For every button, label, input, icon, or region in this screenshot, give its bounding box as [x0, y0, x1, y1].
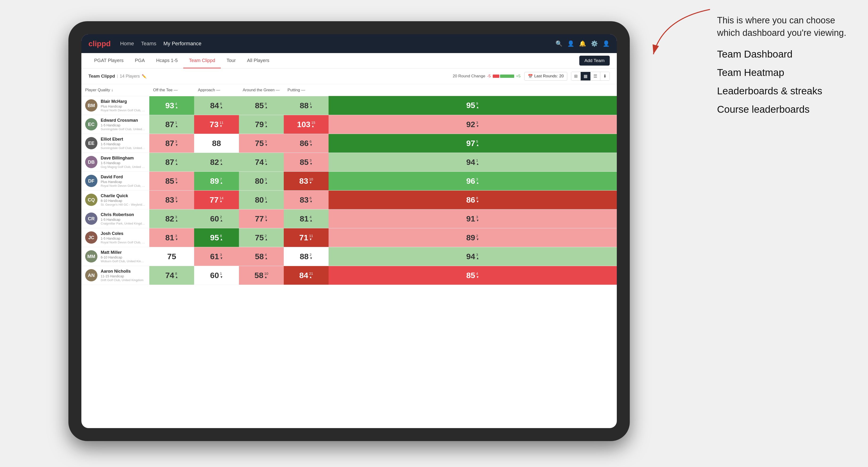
player-cell-0[interactable]: BM Blair McHarg Plus Handicap Royal Nort…: [81, 96, 149, 115]
nav-link-home[interactable]: Home: [120, 40, 134, 47]
score-cell-off_tee-6: 602▲: [194, 209, 239, 228]
player-cell-5[interactable]: CQ Charlie Quick 6-10 Handicap St. Georg…: [81, 190, 149, 209]
player-handicap: 1-5 Handicap: [101, 161, 146, 165]
score-value: 83: [299, 177, 308, 186]
score-cell-approach-3: 741▲: [239, 153, 284, 172]
score-cell-approach-9: 5810▲: [239, 266, 284, 285]
score-cell-putting-4: 963▲: [329, 172, 617, 190]
last-rounds-button[interactable]: 📅 Last Rounds: 20: [524, 72, 567, 81]
score-cell-off_tee-1: 7311▼: [194, 115, 239, 134]
score-value: 79: [255, 120, 264, 129]
col-header-around-green[interactable]: Around the Green —: [239, 84, 284, 96]
player-handicap: 1-5 Handicap: [101, 218, 146, 221]
score-value: 84: [210, 101, 219, 110]
score-value: 80: [255, 177, 264, 186]
score-cell-around_green-7: 7111▼: [284, 228, 329, 247]
view-heatmap-btn[interactable]: ▦: [581, 72, 591, 81]
player-handicap: 6-10 Handicap: [101, 199, 146, 203]
col-header-approach[interactable]: Approach —: [194, 84, 239, 96]
player-avatar: EC: [85, 118, 97, 130]
score-cell-quality-7: 813▼: [149, 228, 194, 247]
player-avatar: DF: [85, 175, 97, 187]
score-value: 85: [466, 271, 475, 280]
player-club: St. George's Hill GC - Weybridge, Surrey…: [101, 203, 146, 206]
table-row: EC Edward Crossman 1-5 Handicap Sunningd…: [81, 115, 617, 134]
col-header-putting[interactable]: Putting —: [284, 84, 329, 96]
add-team-button[interactable]: Add Team: [579, 56, 610, 66]
player-cell-6[interactable]: CR Chris Robertson 1-5 Handicap Craigmil…: [81, 209, 149, 228]
score-cell-around_green-0: 881▼: [284, 96, 329, 115]
player-info: David Ford Plus Handicap Royal North Dev…: [101, 175, 146, 187]
player-cell-2[interactable]: EE Elliot Ebert 1-5 Handicap Sunningdale…: [81, 134, 149, 153]
score-cell-approach-1: 799▲: [239, 115, 284, 134]
player-cell-7[interactable]: JC Josh Coles 1-5 Handicap Royal North D…: [81, 228, 149, 247]
score-cell-around_green-8: 882▼: [284, 247, 329, 266]
table-header-row: Player Quality ↓ Off the Tee — Approach …: [81, 84, 617, 96]
view-grid-btn[interactable]: ⊞: [571, 72, 581, 81]
score-value: 88: [300, 252, 309, 261]
tab-all-players[interactable]: All Players: [241, 53, 275, 68]
score-cell-off_tee-8: 613▼: [194, 247, 239, 266]
tab-pgat-players[interactable]: PGAT Players: [88, 53, 129, 68]
score-value: 86: [300, 139, 309, 148]
view-download-btn[interactable]: ⬇: [600, 72, 610, 81]
table-row: AN Aaron Nicholls 11-15 Handicap Drift G…: [81, 266, 617, 285]
player-cell-9[interactable]: AN Aaron Nicholls 11-15 Handicap Drift G…: [81, 266, 149, 285]
tab-team-clippd[interactable]: Team Clippd: [183, 53, 221, 68]
score-value: 60: [210, 214, 219, 223]
score-value: 85: [255, 101, 264, 110]
table-row: CR Chris Robertson 1-5 Handicap Craigmil…: [81, 209, 617, 228]
nav-links: Home Teams My Performance: [120, 40, 555, 47]
score-cell-off_tee-0: 846▲: [194, 96, 239, 115]
score-value: 74: [165, 271, 174, 280]
score-value: 73: [210, 120, 219, 129]
nav-bar: clippd Home Teams My Performance 🔍 👤 🔔 ⚙…: [81, 34, 617, 53]
score-cell-putting-2: 975▲: [329, 134, 617, 153]
nav-link-my-performance[interactable]: My Performance: [163, 40, 202, 47]
search-icon[interactable]: 🔍: [555, 40, 563, 47]
player-club: Sunningdale Golf Club, United Kingdom: [101, 146, 146, 150]
dashboard-option-3: Leaderboards & streaks: [717, 85, 854, 97]
score-value: 75: [167, 252, 176, 261]
score-cell-approach-6: 773▼: [239, 209, 284, 228]
profile-icon[interactable]: 👤: [567, 40, 574, 47]
table-row: EE Elliot Ebert 1-5 Handicap Sunningdale…: [81, 134, 617, 153]
tab-hcaps[interactable]: Hcaps 1-5: [151, 53, 183, 68]
col-header-off-tee[interactable]: Off the Tee —: [149, 84, 194, 96]
player-cell-3[interactable]: DB Dave Billingham 1-5 Handicap Gog Mago…: [81, 153, 149, 172]
player-cell-8[interactable]: MM Matt Miller 6-10 Handicap Woburn Golf…: [81, 247, 149, 266]
score-cell-putting-5: 868▼: [329, 190, 617, 209]
player-cell-1[interactable]: EC Edward Crossman 1-5 Handicap Sunningd…: [81, 115, 149, 134]
tab-pga[interactable]: PGA: [129, 53, 151, 68]
score-cell-off_tee-7: 958▲: [194, 228, 239, 247]
view-list-btn[interactable]: ☰: [591, 72, 600, 81]
score-cell-quality-3: 874▲: [149, 153, 194, 172]
player-handicap: Plus Handicap: [101, 104, 146, 108]
settings-icon[interactable]: ⚙️: [591, 40, 598, 47]
player-club: Sunningdale Golf Club, United Kingdom: [101, 127, 146, 131]
user-avatar-icon[interactable]: 👤: [602, 40, 610, 47]
score-value: 75: [255, 233, 264, 242]
player-avatar: EE: [85, 137, 97, 149]
score-value: 81: [165, 233, 174, 242]
player-avatar: AN: [85, 269, 97, 281]
bell-icon[interactable]: 🔔: [579, 40, 586, 47]
score-cell-quality-2: 873▼: [149, 134, 194, 153]
score-value: 80: [255, 195, 264, 205]
score-value: 88: [212, 139, 221, 148]
score-cell-approach-5: 801▲: [239, 190, 284, 209]
player-name: Elliot Ebert: [101, 137, 146, 142]
dashboard-options: Team Dashboard Team Heatmap Leaderboards…: [717, 49, 854, 115]
nav-link-teams[interactable]: Teams: [141, 40, 156, 47]
player-cell-4[interactable]: DF David Ford Plus Handicap Royal North …: [81, 172, 149, 190]
tab-tour[interactable]: Tour: [221, 53, 241, 68]
col-header-player[interactable]: Player Quality ↓: [81, 84, 149, 96]
edit-icon[interactable]: ✏️: [142, 74, 147, 79]
score-cell-quality-6: 823▲: [149, 209, 194, 228]
score-value: 71: [299, 233, 308, 242]
player-name: Blair McHarg: [101, 99, 146, 104]
player-avatar: CR: [85, 213, 97, 225]
score-cell-off_tee-3: 824▲: [194, 153, 239, 172]
score-cell-around_green-5: 836▼: [284, 190, 329, 209]
score-cell-approach-4: 803▲: [239, 172, 284, 190]
